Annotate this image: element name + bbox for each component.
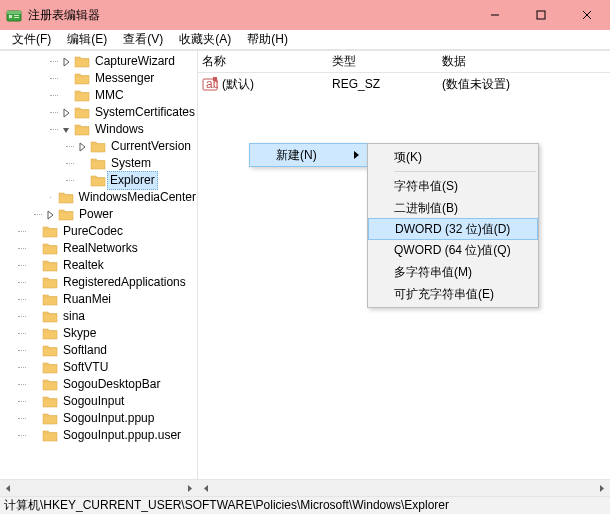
tree-item-label: PureCodec: [62, 223, 124, 240]
tree-item-label: SogouDesktopBar: [62, 376, 161, 393]
menu-view[interactable]: 查看(V): [115, 29, 171, 50]
window-title: 注册表编辑器: [28, 7, 472, 24]
tree-connector-icon: [50, 78, 58, 79]
tree-item[interactable]: Windows: [0, 121, 197, 138]
folder-icon: [58, 191, 74, 204]
tree-item[interactable]: SoftVTU: [0, 359, 197, 376]
tree-item[interactable]: CaptureWizard: [0, 53, 197, 70]
menu-item-new[interactable]: 新建(N): [249, 143, 369, 167]
collapse-icon[interactable]: [60, 124, 72, 136]
cell-name: (默认): [222, 76, 332, 93]
col-name[interactable]: 名称: [202, 53, 332, 70]
expand-icon[interactable]: [44, 209, 56, 221]
tree-item-label: MMC: [94, 87, 125, 104]
expand-icon[interactable]: [60, 56, 72, 68]
no-toggle: [53, 192, 55, 204]
col-data[interactable]: 数据: [442, 53, 582, 70]
tree-connector-icon: [18, 316, 26, 317]
tree-item[interactable]: SogouInput.ppup: [0, 410, 197, 427]
expand-icon[interactable]: [60, 107, 72, 119]
tree-item[interactable]: SogouDesktopBar: [0, 376, 197, 393]
menu-item-label: 字符串值(S): [394, 178, 458, 195]
scroll-right-icon[interactable]: [593, 480, 610, 497]
menu-item-label: QWORD (64 位)值(Q): [394, 242, 511, 259]
scroll-left-icon[interactable]: [198, 480, 215, 497]
tree-item-label: RegisteredApplications: [62, 274, 187, 291]
menu-help[interactable]: 帮助(H): [239, 29, 296, 50]
tree-connector-icon: [34, 214, 42, 215]
tree-item[interactable]: Explorer: [0, 172, 197, 189]
no-toggle: [28, 294, 40, 306]
folder-icon: [42, 327, 58, 340]
tree-item-label: Realtek: [62, 257, 105, 274]
menu-item-label: DWORD (32 位)值(D): [395, 221, 510, 238]
col-type[interactable]: 类型: [332, 53, 442, 70]
no-toggle: [28, 362, 40, 374]
tree-item[interactable]: SogouInput: [0, 393, 197, 410]
close-button[interactable]: [564, 0, 610, 30]
maximize-button[interactable]: [518, 0, 564, 30]
svg-rect-11: [213, 77, 217, 81]
scroll-left-icon[interactable]: [0, 480, 17, 497]
menu-item-qword[interactable]: QWORD (64 位)值(Q): [368, 239, 538, 261]
tree-item[interactable]: Skype: [0, 325, 197, 342]
tree-item[interactable]: Realtek: [0, 257, 197, 274]
menu-favorites[interactable]: 收藏夹(A): [171, 29, 239, 50]
menu-item-dword[interactable]: DWORD (32 位)值(D): [368, 218, 538, 240]
tree-item[interactable]: Power: [0, 206, 197, 223]
tree-item[interactable]: CurrentVersion: [0, 138, 197, 155]
no-toggle: [28, 345, 40, 357]
menu-edit[interactable]: 编辑(E): [59, 29, 115, 50]
scrollbar-area: [0, 479, 610, 496]
tree-item[interactable]: WindowsMediaCenter: [0, 189, 197, 206]
menu-item-binary[interactable]: 二进制值(B): [368, 197, 538, 219]
tree-pane[interactable]: CaptureWizardMessengerMMCSystemCertifica…: [0, 51, 198, 496]
tree-item[interactable]: sina: [0, 308, 197, 325]
folder-icon: [42, 429, 58, 442]
tree-item[interactable]: SystemCertificates: [0, 104, 197, 121]
tree-item[interactable]: MMC: [0, 87, 197, 104]
menu-item-label: 新建(N): [276, 147, 317, 164]
context-menu-new: 项(K) 字符串值(S) 二进制值(B) DWORD (32 位)值(D) QW…: [367, 143, 539, 308]
menu-item-key[interactable]: 项(K): [368, 146, 538, 168]
tree-item[interactable]: RuanMei: [0, 291, 197, 308]
context-menu-primary: 新建(N): [249, 143, 369, 167]
menu-item-expandstring[interactable]: 可扩充字符串值(E): [368, 283, 538, 305]
tree-connector-icon: [18, 265, 26, 266]
list-hscroll[interactable]: [198, 479, 610, 496]
minimize-button[interactable]: [472, 0, 518, 30]
tree-item-label: Windows: [94, 121, 145, 138]
folder-icon: [90, 174, 106, 187]
tree-item-label: RealNetworks: [62, 240, 139, 257]
string-value-icon: ab: [202, 76, 218, 92]
tree-connector-icon: [50, 197, 51, 198]
list-header: 名称 类型 数据: [198, 51, 610, 73]
tree-item[interactable]: RealNetworks: [0, 240, 197, 257]
tree-item[interactable]: Softland: [0, 342, 197, 359]
folder-icon: [42, 259, 58, 272]
tree-hscroll[interactable]: [0, 479, 198, 496]
tree-item[interactable]: RegisteredApplications: [0, 274, 197, 291]
folder-icon: [42, 395, 58, 408]
tree-connector-icon: [66, 146, 74, 147]
no-toggle: [60, 73, 72, 85]
tree-connector-icon: [18, 435, 26, 436]
scroll-right-icon[interactable]: [181, 480, 198, 497]
folder-icon: [74, 106, 90, 119]
tree-item[interactable]: PureCodec: [0, 223, 197, 240]
folder-icon: [42, 344, 58, 357]
folder-icon: [42, 225, 58, 238]
menu-item-multistring[interactable]: 多字符串值(M): [368, 261, 538, 283]
menubar: 文件(F) 编辑(E) 查看(V) 收藏夹(A) 帮助(H): [0, 30, 610, 50]
no-toggle: [28, 226, 40, 238]
folder-icon: [74, 72, 90, 85]
list-row[interactable]: ab(默认)REG_SZ(数值未设置): [202, 75, 606, 93]
menu-file[interactable]: 文件(F): [4, 29, 59, 50]
tree-item[interactable]: System: [0, 155, 197, 172]
tree-connector-icon: [18, 333, 26, 334]
tree-item[interactable]: SogouInput.ppup.user: [0, 427, 197, 444]
menu-item-string[interactable]: 字符串值(S): [368, 175, 538, 197]
no-toggle: [28, 379, 40, 391]
tree-item[interactable]: Messenger: [0, 70, 197, 87]
expand-icon[interactable]: [76, 141, 88, 153]
